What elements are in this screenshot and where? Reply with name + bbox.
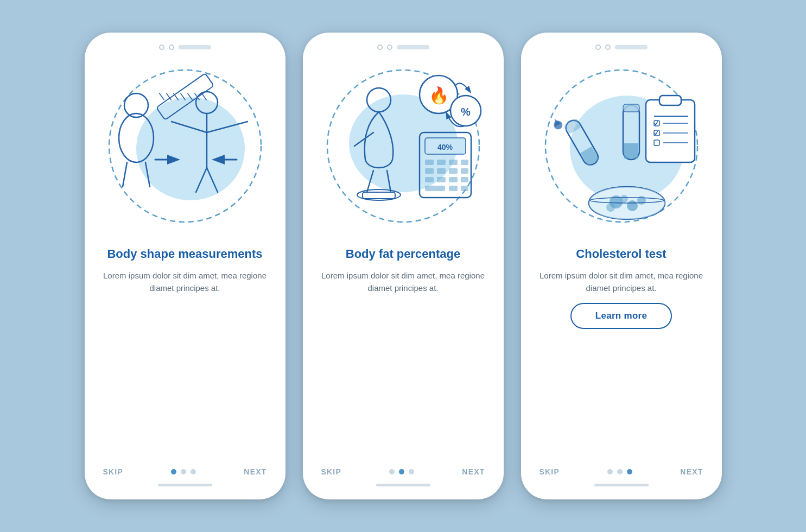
svg-rect-61 bbox=[646, 100, 695, 162]
dots-2 bbox=[389, 469, 414, 474]
dot-2-3 bbox=[409, 469, 414, 474]
svg-rect-62 bbox=[659, 96, 681, 105]
svg-rect-34 bbox=[437, 160, 446, 165]
next-button-1[interactable]: NEXT bbox=[244, 467, 266, 476]
next-button-3[interactable]: NEXT bbox=[680, 467, 703, 476]
svg-text:🔥: 🔥 bbox=[428, 86, 449, 105]
phone-2-content: Body fat percentage Lorem ipsum dolor si… bbox=[314, 246, 493, 467]
status-dot-4 bbox=[387, 45, 392, 50]
phone-2: 40% 🔥 bbox=[303, 33, 504, 499]
home-indicator-1 bbox=[158, 484, 212, 486]
dot-1-2 bbox=[181, 469, 186, 474]
phone-1-content: Body shape measurements Lorem ipsum dolo… bbox=[96, 246, 275, 467]
learn-more-button[interactable]: Learn more bbox=[570, 303, 672, 329]
cholesterol-illustration bbox=[537, 56, 706, 241]
svg-rect-39 bbox=[449, 168, 458, 174]
phone-3-content: Cholesterol test Lorem ipsum dolor sit d… bbox=[532, 246, 711, 467]
status-line-1 bbox=[179, 45, 211, 49]
svg-rect-35 bbox=[449, 160, 458, 165]
status-dot-5 bbox=[595, 45, 601, 50]
status-line-3 bbox=[615, 45, 648, 49]
skip-button-3[interactable]: SKIP bbox=[540, 467, 560, 476]
skip-button-1[interactable]: SKIP bbox=[103, 467, 123, 476]
status-bar-3 bbox=[595, 45, 648, 50]
status-dot-1 bbox=[159, 45, 164, 50]
svg-rect-60 bbox=[623, 104, 639, 112]
svg-point-75 bbox=[637, 196, 646, 205]
phone-2-footer: SKIP NEXT bbox=[314, 467, 493, 476]
body-fat-illustration: 40% 🔥 bbox=[319, 56, 487, 241]
dots-1 bbox=[171, 469, 196, 474]
body-shape-illustration bbox=[101, 56, 269, 241]
phone-1-title: Body shape measurements bbox=[107, 246, 262, 262]
svg-rect-29 bbox=[363, 192, 395, 199]
home-indicator-2 bbox=[376, 484, 430, 486]
status-bar-2 bbox=[377, 45, 429, 50]
svg-point-76 bbox=[606, 203, 615, 212]
dot-2-2 bbox=[399, 469, 404, 474]
status-dot-2 bbox=[169, 45, 174, 50]
dot-1-3 bbox=[191, 469, 196, 474]
svg-rect-45 bbox=[425, 186, 445, 191]
phone-3-footer: SKIP NEXT bbox=[532, 467, 711, 476]
phone-3-title: Cholesterol test bbox=[576, 246, 666, 262]
svg-line-4 bbox=[123, 162, 127, 187]
svg-rect-44 bbox=[461, 177, 468, 182]
status-line-2 bbox=[397, 45, 429, 49]
status-dot-6 bbox=[605, 45, 611, 50]
svg-rect-40 bbox=[461, 168, 468, 174]
svg-rect-33 bbox=[425, 160, 434, 165]
svg-text:40%: 40% bbox=[437, 143, 453, 151]
svg-rect-38 bbox=[437, 168, 446, 174]
home-indicator-3 bbox=[594, 484, 649, 486]
dot-3-2 bbox=[617, 469, 623, 474]
status-dot-3 bbox=[377, 45, 383, 50]
phone-1: Body shape measurements Lorem ipsum dolo… bbox=[85, 33, 285, 499]
dot-1-1 bbox=[171, 469, 176, 474]
dot-3-3 bbox=[627, 469, 632, 474]
svg-rect-42 bbox=[437, 177, 446, 182]
phone-3-description: Lorem ipsum dolor sit dim amet, mea regi… bbox=[537, 269, 706, 295]
phone-2-title: Body fat percentage bbox=[346, 246, 461, 262]
svg-rect-43 bbox=[449, 177, 458, 182]
svg-rect-47 bbox=[461, 186, 468, 191]
svg-rect-46 bbox=[449, 186, 458, 191]
dots-3 bbox=[607, 469, 632, 474]
next-button-2[interactable]: NEXT bbox=[462, 467, 485, 476]
svg-text:%: % bbox=[461, 106, 471, 118]
dot-2-1 bbox=[389, 469, 395, 474]
phone-3: Cholesterol test Lorem ipsum dolor sit d… bbox=[521, 33, 722, 499]
phones-container: Body shape measurements Lorem ipsum dolo… bbox=[85, 33, 722, 499]
svg-rect-37 bbox=[425, 168, 434, 174]
svg-rect-36 bbox=[461, 160, 468, 165]
svg-line-13 bbox=[159, 93, 164, 100]
svg-point-73 bbox=[627, 200, 638, 211]
svg-point-74 bbox=[620, 195, 628, 202]
phone-1-footer: SKIP NEXT bbox=[96, 467, 275, 476]
phone-2-description: Lorem ipsum dolor sit dim amet, mea regi… bbox=[319, 269, 487, 295]
dot-3-1 bbox=[607, 469, 613, 474]
svg-rect-41 bbox=[425, 177, 434, 182]
svg-rect-59 bbox=[624, 143, 638, 159]
skip-button-2[interactable]: SKIP bbox=[321, 467, 341, 476]
status-bar-1 bbox=[159, 45, 211, 50]
phone-1-description: Lorem ipsum dolor sit dim amet, mea regi… bbox=[101, 269, 269, 295]
